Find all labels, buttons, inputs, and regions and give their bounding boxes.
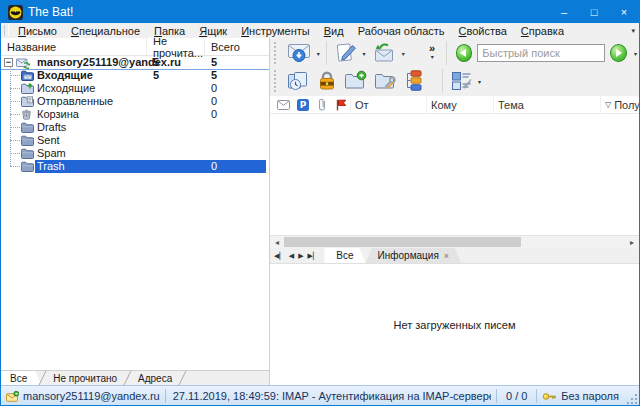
menu-item-1[interactable]: Письмо <box>11 25 64 37</box>
close-tab-icon[interactable]: × <box>444 251 449 261</box>
folder-row-outbox[interactable]: Исходящие0 <box>1 82 269 95</box>
envelope-icon[interactable] <box>274 100 293 110</box>
view-tab-1[interactable]: Все <box>324 248 365 263</box>
tree-connector <box>10 88 20 89</box>
column-header-received[interactable]: ▽Получ <box>600 96 639 113</box>
folder-row-spam[interactable]: Spam <box>1 147 269 160</box>
chevron-icon: » <box>429 44 435 53</box>
menu-item-2[interactable]: Специальное <box>64 25 147 37</box>
menu-bar: ПисьмоСпециальноеПапкаЯщикИнструментыВид… <box>1 23 639 38</box>
sort-indicator-icon: ▽ <box>605 100 611 109</box>
folder-total-count: 0 <box>211 95 217 108</box>
priority-icon[interactable]: P <box>293 99 312 111</box>
sort-settings-dropdown[interactable] <box>476 78 483 85</box>
prev-tab-button[interactable]: ◀ <box>289 248 294 263</box>
column-header-unread[interactable]: Не прочита... <box>147 38 205 55</box>
next-tab-button[interactable]: ▶ <box>298 248 303 263</box>
close-button[interactable]: × <box>609 1 639 23</box>
scroll-left-arrow[interactable]: ◂ <box>270 237 284 248</box>
folder-row-trash[interactable]: Trash0 <box>1 160 269 173</box>
menu-overflow-arrow[interactable]: ▾ <box>627 27 639 35</box>
compose-dropdown[interactable] <box>361 50 368 57</box>
menu-item-6[interactable]: Вид <box>317 25 351 37</box>
toolbar-grip[interactable] <box>274 42 280 64</box>
toolbar-overflow[interactable]: » <box>429 44 436 62</box>
menu-item-4[interactable]: Ящик <box>192 25 234 37</box>
column-header-total[interactable]: Всего <box>205 38 269 55</box>
get-mail-button[interactable] <box>283 40 315 66</box>
scrollbar-thumb[interactable] <box>284 237 521 247</box>
tree-connector <box>10 101 20 102</box>
new-folder-button[interactable] <box>340 68 370 94</box>
folder-total-count: 0 <box>211 82 217 95</box>
window-controls: – □ × <box>549 1 639 23</box>
status-bar: mansory251119@yandex.ru 27.11.2019, 18:4… <box>1 385 639 406</box>
folder-maintenance-button[interactable] <box>370 68 400 94</box>
message-list[interactable] <box>270 114 639 235</box>
view-tab-2[interactable]: Информация × <box>366 248 462 263</box>
maximize-button[interactable]: □ <box>579 1 609 23</box>
status-message: 27.11.2019, 18:49:59: IMAP - Аутентифика… <box>171 390 491 402</box>
column-header-name[interactable]: Название <box>1 38 147 55</box>
folder-tab-2[interactable]: Не прочитано <box>44 371 126 385</box>
folder-row-sent-ru[interactable]: Отправленные0 <box>1 95 269 108</box>
attachment-icon[interactable] <box>312 98 331 111</box>
search-forward-button[interactable] <box>610 44 627 62</box>
search-dropdown[interactable] <box>632 50 639 57</box>
toolbar-separator <box>442 69 443 93</box>
menu-item-9[interactable]: Справка <box>514 25 571 37</box>
status-password[interactable]: Без пароля <box>542 390 619 402</box>
folder-row-sent[interactable]: Sent <box>1 134 269 147</box>
check-mail-dropdown[interactable] <box>400 50 407 57</box>
folder-tree-icon <box>403 70 425 93</box>
compose-button[interactable] <box>331 40 361 66</box>
folder-row-account[interactable]: −mansory251119@yandex.ru55 <box>1 56 269 69</box>
tree-connector <box>10 166 20 167</box>
menu-item-7[interactable]: Рабочая область <box>351 25 452 37</box>
scroll-right-arrow[interactable]: ▸ <box>625 237 639 248</box>
menu-item-5[interactable]: Инструменты <box>234 25 317 37</box>
collapse-toggle[interactable]: − <box>4 58 13 67</box>
toolbar: » <box>270 38 639 96</box>
mail-dispatcher-button[interactable] <box>283 68 314 94</box>
search-back-button[interactable] <box>456 44 473 62</box>
first-tab-button[interactable]: ◀▏ <box>274 248 285 263</box>
mailbox-password-button[interactable] <box>314 68 340 94</box>
sort-settings-button[interactable] <box>447 68 476 94</box>
horizontal-scrollbar[interactable]: ◂ ▸ <box>270 235 639 248</box>
check-mail-button[interactable] <box>368 40 400 66</box>
status-separator <box>165 389 166 403</box>
flag-icon[interactable] <box>331 99 350 111</box>
tree-connector <box>10 75 20 76</box>
folder-name: Spam <box>37 147 66 160</box>
last-tab-button[interactable]: ▶▏ <box>308 248 319 263</box>
toolbar-grip[interactable] <box>274 70 280 92</box>
tree-connector <box>10 153 20 154</box>
column-header-subject[interactable]: Тема <box>493 96 600 113</box>
titlebar: The Bat! – □ × <box>1 1 639 23</box>
folder-row-trash-ru[interactable]: Корзина0 <box>1 108 269 121</box>
menu-item-3[interactable]: Папка <box>147 25 192 37</box>
mail-dispatcher-icon <box>286 70 311 93</box>
menu-item-8[interactable]: Свойства <box>452 25 514 37</box>
column-header-from[interactable]: От <box>350 96 426 113</box>
minimize-button[interactable]: – <box>549 1 579 23</box>
resize-grip[interactable] <box>627 386 639 406</box>
folder-row-inbox[interactable]: Входящие55 <box>1 69 269 82</box>
folder-tab-1[interactable]: Все <box>1 371 41 385</box>
status-account[interactable]: mansory251119@yandex.ru <box>1 390 160 402</box>
folder-name: mansory251119@yandex.ru <box>37 56 181 69</box>
folder-panel: Название Не прочита... Всего −mansory251… <box>1 38 270 385</box>
folder-panel-tabs: ВсеНе прочитаноАдреса <box>1 370 269 385</box>
folder-row-drafts[interactable]: Drafts <box>1 121 269 134</box>
get-mail-dropdown[interactable] <box>315 50 322 57</box>
column-header-to[interactable]: Кому <box>426 96 493 113</box>
quick-search-input[interactable] <box>477 44 605 62</box>
tree-connector <box>10 127 20 128</box>
folder-total-count: 0 <box>211 108 217 121</box>
folder-total-count: 0 <box>211 160 217 173</box>
folder-tab-3[interactable]: Адреса <box>129 371 181 385</box>
overflow-dropdown[interactable] <box>429 53 436 62</box>
folder-tree-button[interactable] <box>400 68 428 94</box>
toolbar-separator <box>326 41 327 65</box>
